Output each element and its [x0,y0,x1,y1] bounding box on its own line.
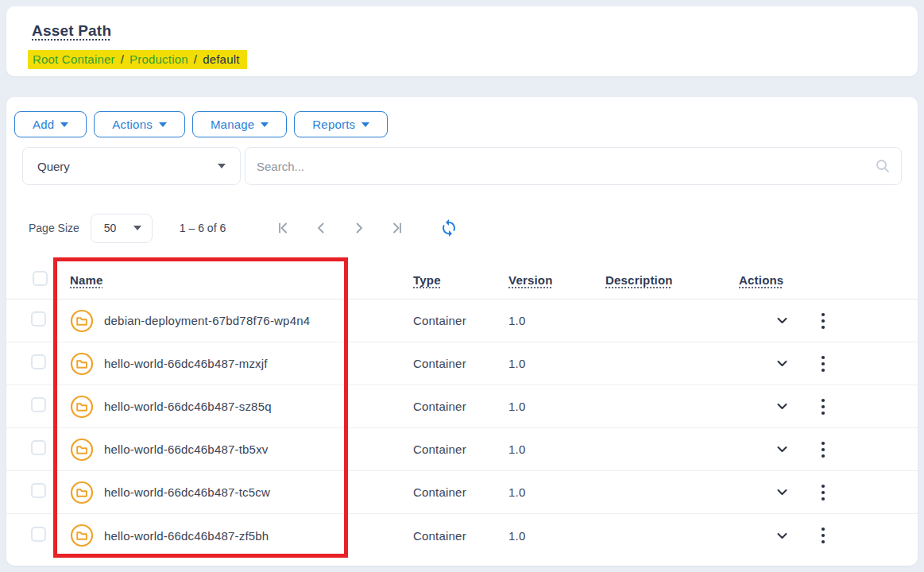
folder-icon [70,524,94,547]
expand-row-button[interactable] [775,529,789,543]
query-select[interactable]: Query [22,147,241,185]
pagination-controls [264,218,416,238]
asset-name[interactable]: debian-deployment-67bd78f76-wp4n4 [104,314,310,327]
row-menu-button[interactable] [821,355,825,373]
next-page-button[interactable] [350,218,369,238]
asset-name[interactable]: hello-world-66dc46b487-tc5cw [104,485,270,499]
column-header-type[interactable]: Type [413,273,441,287]
asset-type: Container [413,443,508,456]
folder-icon [70,395,94,419]
folder-icon [70,481,94,504]
chevron-left-icon [313,220,329,236]
actions-button[interactable]: Actions [94,111,185,137]
chevron-down-icon [60,122,68,127]
page-size-value: 50 [104,222,117,234]
row-checkbox[interactable] [31,440,46,455]
select-all-checkbox[interactable] [33,271,48,286]
first-page-button[interactable] [273,218,292,238]
refresh-icon [439,218,458,238]
asset-version: 1.0 [508,357,605,370]
column-header-description[interactable]: Description [605,273,673,287]
chevron-down-icon [775,443,789,456]
query-select-value: Query [37,160,70,173]
asset-type: Container [413,529,508,543]
asset-type: Container [413,485,508,499]
pagination-range: 1 – 6 of 6 [180,222,243,234]
column-header-name[interactable]: Name [70,273,103,287]
breadcrumb-root-container-link[interactable]: Root Container [33,52,115,66]
asset-version: 1.0 [508,443,605,456]
asset-list-card: Add Actions Manage Reports Query [6,97,918,566]
chevron-down-icon [159,122,167,127]
page-size-label: Page Size [29,222,79,234]
breadcrumb-separator: / [194,52,197,66]
add-button-label: Add [33,118,54,131]
search-box [245,147,902,185]
row-menu-button[interactable] [821,398,825,415]
asset-type: Container [413,314,508,327]
kebab-menu-icon [821,355,825,373]
asset-version: 1.0 [508,314,605,327]
kebab-menu-icon [821,484,825,501]
chevron-down-icon [775,357,789,370]
asset-name[interactable]: hello-world-66dc46b487-tb5xv [104,443,269,456]
asset-table: Name Type Version Description Actions de… [6,261,918,557]
row-checkbox[interactable] [31,397,46,412]
asset-name[interactable]: hello-world-66dc46b487-zf5bh [104,529,269,543]
expand-row-button[interactable] [775,314,789,327]
table-body: debian-deployment-67bd78f76-wp4n4 Contai… [6,300,918,557]
last-page-button[interactable] [388,218,407,238]
chevron-down-icon [133,226,141,230]
actions-button-label: Actions [112,118,153,131]
folder-icon [70,352,94,376]
refresh-button[interactable] [439,218,459,238]
expand-row-button[interactable] [775,357,789,370]
expand-row-button[interactable] [775,443,789,456]
filter-row: Query [22,147,902,185]
last-page-icon [389,220,405,236]
row-checkbox[interactable] [31,527,46,542]
chevron-down-icon [775,529,789,543]
expand-row-button[interactable] [775,485,789,499]
asset-version: 1.0 [508,485,605,499]
asset-path-card: Asset Path Root Container / Production /… [6,6,918,76]
row-menu-button[interactable] [821,312,825,330]
asset-name[interactable]: hello-world-66dc46b487-sz85q [104,400,272,413]
chevron-down-icon [775,485,789,499]
expand-row-button[interactable] [775,400,789,413]
row-checkbox[interactable] [31,483,46,498]
row-menu-button[interactable] [821,484,825,501]
manage-button[interactable]: Manage [192,111,287,137]
search-input[interactable] [257,160,874,173]
page-title: Asset Path [32,22,111,40]
breadcrumb-production-link[interactable]: Production [130,52,188,66]
column-header-version[interactable]: Version [508,273,553,287]
page-size-select[interactable]: 50 [91,214,153,243]
chevron-right-icon [351,220,367,236]
add-button[interactable]: Add [14,111,87,137]
breadcrumb-separator: / [121,52,124,66]
manage-button-label: Manage [211,118,254,131]
asset-type: Container [413,400,508,413]
search-icon [874,157,891,175]
row-menu-button[interactable] [821,441,825,458]
asset-type: Container [413,357,508,370]
reports-button[interactable]: Reports [294,111,388,137]
column-header-actions[interactable]: Actions [739,273,783,287]
row-checkbox[interactable] [31,354,46,369]
previous-page-button[interactable] [311,218,331,238]
row-menu-button[interactable] [821,527,825,544]
folder-icon [70,438,94,462]
table-row: hello-world-66dc46b487-tb5xv Container 1… [6,428,918,471]
chevron-down-icon [775,400,789,413]
asset-version: 1.0 [508,400,605,413]
breadcrumb-current: default [203,52,239,66]
table-row: hello-world-66dc46b487-sz85q Container 1… [6,385,918,428]
reports-button-label: Reports [312,118,355,131]
chevron-down-icon [218,164,226,168]
toolbar: Add Actions Manage Reports [14,111,388,137]
row-checkbox[interactable] [31,311,46,327]
kebab-menu-icon [821,527,825,544]
table-row: debian-deployment-67bd78f76-wp4n4 Contai… [6,300,918,342]
asset-name[interactable]: hello-world-66dc46b487-mzxjf [104,357,268,370]
